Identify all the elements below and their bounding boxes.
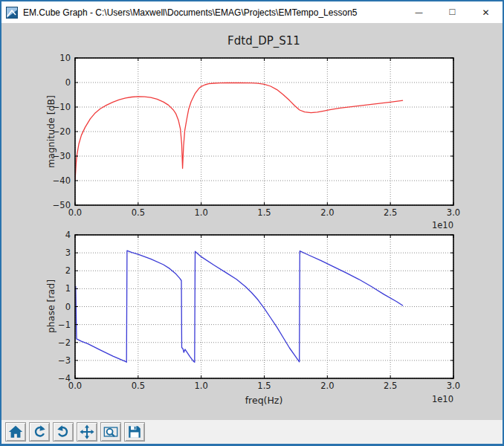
magnitude-x-offset-label: 1e10 xyxy=(432,220,453,230)
close-button[interactable]: ✕ xyxy=(469,1,503,23)
close-icon: ✕ xyxy=(482,7,489,18)
titlebar: EM.Cube Graph - C:\Users\Maxwell\Documen… xyxy=(1,1,503,23)
x-tick-label: 3.0 xyxy=(447,381,460,391)
magnitude-subplot: 0.00.51.01.52.02.53.0−50−40−30−20−10010 xyxy=(53,53,460,218)
pan-icon xyxy=(79,424,95,440)
y-tick-label: −50 xyxy=(53,200,71,210)
minimize-button[interactable]: — xyxy=(402,1,436,23)
window-title: EM.Cube Graph - C:\Users\Maxwell\Documen… xyxy=(23,7,402,18)
maximize-icon: □ xyxy=(450,6,456,17)
x-tick-label: 3.0 xyxy=(447,207,460,218)
zoom-button[interactable] xyxy=(100,422,121,442)
pan-button[interactable] xyxy=(77,422,97,442)
y-tick-label: −2 xyxy=(58,337,71,348)
app-window: EM.Cube Graph - C:\Users\Maxwell\Documen… xyxy=(0,0,504,446)
y-tick-label: 3 xyxy=(65,248,71,258)
x-tick-label: 1.0 xyxy=(195,381,208,391)
minimize-icon: — xyxy=(416,8,423,16)
y-tick-label: −40 xyxy=(53,175,71,186)
y-tick-label: 10 xyxy=(59,53,71,63)
forward-button[interactable] xyxy=(53,422,74,442)
phase-x-offset-label: 1e10 xyxy=(432,394,453,404)
y-tick-label: −4 xyxy=(58,373,71,384)
save-button[interactable] xyxy=(124,422,145,442)
plot-svg: 0.00.51.01.52.02.53.0−50−40−30−20−10010 … xyxy=(1,23,503,420)
home-button[interactable] xyxy=(5,422,26,442)
app-icon[interactable] xyxy=(6,7,18,19)
y-tick-label: −3 xyxy=(58,355,71,366)
back-button[interactable] xyxy=(29,422,50,442)
phase-ylabel: phase [rad] xyxy=(45,279,56,333)
phase-subplot: 0.00.51.01.52.02.53.0−4−3−2−101234 xyxy=(58,230,460,391)
y-tick-label: 0 xyxy=(65,77,71,88)
figure-canvas[interactable]: 0.00.51.01.52.02.53.0−50−40−30−20−10010 … xyxy=(1,23,503,420)
maximize-button[interactable]: □ xyxy=(436,1,469,23)
x-tick-label: 2.0 xyxy=(320,381,334,391)
y-tick-label: −1 xyxy=(58,320,71,330)
y-tick-label: 1 xyxy=(65,283,71,294)
back-icon xyxy=(31,424,48,440)
x-tick-label: 2.5 xyxy=(384,207,397,218)
x-tick-label: 2.5 xyxy=(384,381,397,391)
zoom-icon xyxy=(103,424,119,440)
x-tick-label: 1.5 xyxy=(257,381,271,391)
x-tick-label: 2.0 xyxy=(320,207,334,218)
phase-xlabel: freq(Hz) xyxy=(245,395,283,406)
y-tick-label: 0 xyxy=(65,302,71,312)
y-tick-label: 2 xyxy=(65,265,71,276)
x-tick-label: 0.5 xyxy=(132,381,145,391)
magnitude-ylabel: magnitude [dB] xyxy=(45,95,56,168)
navigation-toolbar xyxy=(1,420,503,444)
x-tick-label: 0.5 xyxy=(132,207,145,218)
save-icon xyxy=(126,424,143,440)
y-tick-label: 4 xyxy=(65,230,71,240)
x-tick-label: 1.5 xyxy=(257,207,271,218)
x-tick-label: 1.0 xyxy=(195,207,208,218)
forward-icon xyxy=(55,424,71,440)
home-icon xyxy=(7,424,24,440)
chart-title: Fdtd_DP_S11 xyxy=(227,34,300,48)
